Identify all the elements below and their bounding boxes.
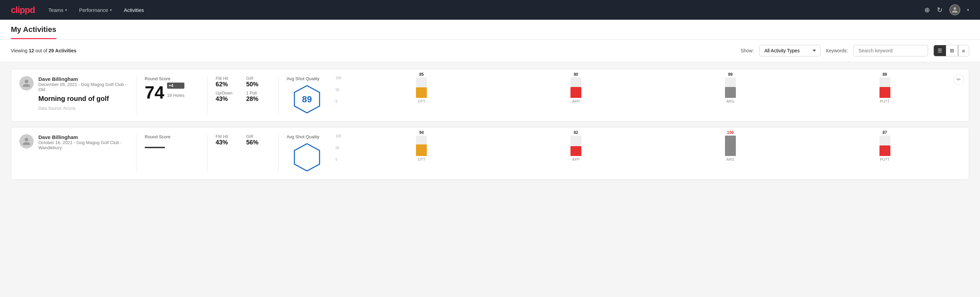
bar-fill-putt [880,87,890,98]
activities-list: ✏ Dave Billingham December 05, 2021 - Go… [0,62,980,187]
nav-teams[interactable]: Teams ▾ [49,7,67,13]
gir-stat: GIR 56% [246,134,270,146]
viewing-total: 29 [49,48,54,53]
page-title: My Activities [11,25,56,39]
bar-track-putt [880,77,890,98]
svg-marker-1 [294,144,320,171]
bar-group-app: 90 APP [571,72,581,103]
card-info: Dave Billingham December 05, 2021 - Gog … [38,76,128,111]
svg-marker-0 [294,86,320,113]
updown-stat: Up/Down 43% [216,91,239,103]
toolbar: Viewing 12 out of 29 Activities Show: Al… [0,40,980,62]
card-date: October 16, 2021 - Gog Magog Golf Club -… [38,140,128,150]
round-score-number: 74 [145,84,164,101]
divider [136,134,137,172]
y-label-50: 50 [336,88,341,92]
card-activity-title: Morning round of golf [38,95,128,103]
round-score-label: Round Score [145,134,199,139]
bar-value-putt: 87 [883,130,887,135]
bar-label-ott: OTT [418,99,425,103]
gir-value: 56% [246,139,270,146]
refresh-icon[interactable]: ↻ [937,6,943,14]
avatar [19,76,33,90]
gir-stat: GIR 50% [246,76,270,88]
fw-hit-label: FW Hit [216,134,239,139]
viewing-text: Viewing 12 out of 29 Activities [11,48,735,53]
score-placeholder-bar [145,147,165,148]
bar-value-arg: 106 [727,130,734,135]
card-date: December 05, 2021 - Gog Magog Golf Club … [38,82,128,92]
add-icon[interactable]: ⊕ [924,6,930,14]
user-avatar[interactable] [950,5,960,15]
card-user-name: Dave Billingham [38,134,128,140]
activity-type-select[interactable]: All Activity Types Golf Round Practice [759,45,820,56]
bar-track-app [571,77,581,98]
y-axis: 100 50 0 [336,76,341,103]
fw-hit-label: FW Hit [216,76,239,81]
page-header: My Activities [0,20,980,40]
round-score-section: Round Score 74 +4 18 Holes [145,76,199,101]
activity-card: Dave Billingham October 16, 2021 - Gog M… [11,127,969,180]
nav-activities[interactable]: Activities [124,7,144,13]
search-input[interactable] [853,45,928,56]
view-buttons: ☰ ⊞ ≡ [934,45,969,56]
bar-track-arg [725,136,736,156]
bar-fill-arg [725,136,736,156]
bar-label-arg: ARG [726,99,735,103]
viewing-activities-label: Activities [55,48,76,53]
bar-chart: 85 OTT 90 APP 89 [346,76,961,103]
divider [207,134,207,172]
hex-container [292,142,322,172]
bar-value-ott: 94 [419,130,424,135]
bar-fill-ott [416,87,427,98]
bar-track-ott [416,77,427,98]
header-left: clippd Teams ▾ Performance ▾ Activities [11,5,144,15]
avatar [19,134,33,148]
divider [207,76,207,115]
avg-shot-section: Avg Shot Quality [286,134,327,172]
updown-value: 43% [216,96,239,103]
fw-hit-value: 62% [216,81,239,88]
hexagon-icon [292,142,322,172]
avg-shot-section: Avg Shot Quality 89 [286,76,327,115]
stats-grid: FW Hit 62% GIR 50% Up/Down 43% 1 Putt 28… [216,76,270,103]
bar-group-ott: 94 OTT [416,130,427,161]
user-chevron-icon[interactable]: ▾ [967,8,969,12]
y-label-100: 100 [336,76,341,80]
fw-hit-stat: FW Hit 62% [216,76,239,88]
one-putt-value: 28% [246,96,270,103]
card-left: Dave Billingham December 05, 2021 - Gog … [19,76,128,111]
y-label-50: 50 [336,146,341,150]
bar-label-arg: ARG [726,157,735,161]
divider [278,134,278,172]
header-right: ⊕ ↻ ▾ [924,5,969,15]
viewing-count: 12 [29,48,34,53]
hex-container: 89 [292,84,322,115]
avg-shot-label: Avg Shot Quality [286,134,320,139]
grid-view-button[interactable]: ⊞ [946,45,958,56]
y-label-0: 0 [336,158,341,161]
divider [278,76,278,115]
bar-value-app: 90 [574,72,578,77]
gir-label: GIR [246,134,270,139]
show-label: Show: [741,48,754,53]
bar-chart-section: 100 50 0 94 OTT 82 APP [336,134,961,161]
list-detail-view-button[interactable]: ☰ [934,45,946,56]
app-logo[interactable]: clippd [11,5,35,15]
hexagon-icon [292,84,322,115]
card-info: Dave Billingham October 16, 2021 - Gog M… [38,134,128,153]
main-nav: Teams ▾ Performance ▾ Activities [49,7,144,13]
bar-label-app: APP [572,99,580,103]
one-putt-stat: 1 Putt 28% [246,91,270,103]
list-view-button[interactable]: ≡ [958,45,969,56]
bar-track-app [571,136,581,156]
card-user-name: Dave Billingham [38,76,128,82]
bar-fill-ott [416,144,427,156]
bar-group-putt: 87 PUTT [880,130,890,161]
nav-performance[interactable]: Performance ▾ [79,7,112,13]
bar-group-arg: 89 ARG [725,72,736,103]
avg-shot-label: Avg Shot Quality [286,76,320,81]
holes-label: 18 Holes [167,93,185,98]
bar-label-ott: OTT [418,157,425,161]
fw-hit-stat: FW Hit 43% [216,134,239,146]
